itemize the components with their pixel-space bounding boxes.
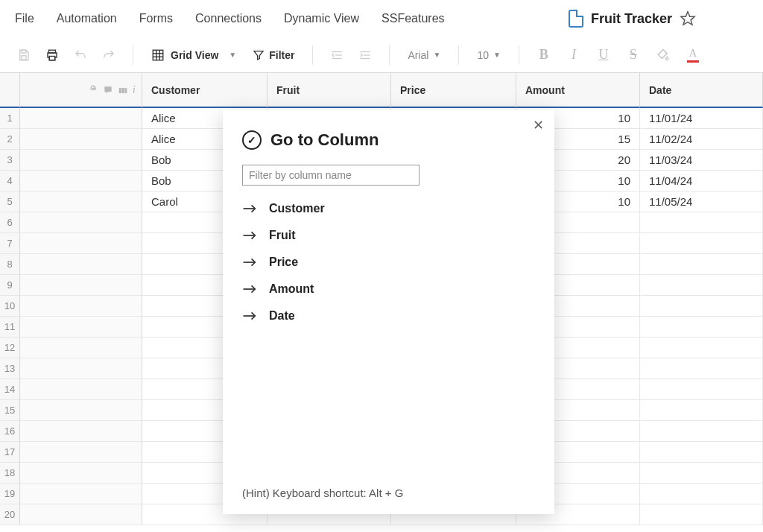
star-icon[interactable]	[680, 10, 696, 27]
row-number[interactable]: 1	[0, 108, 20, 129]
cell[interactable]	[640, 463, 763, 484]
column-header[interactable]: Amount	[516, 73, 640, 108]
row-number[interactable]: 12	[0, 338, 20, 358]
menu-connections[interactable]: Connections	[195, 12, 262, 25]
cell[interactable]: 11/02/24	[640, 129, 763, 150]
row-number[interactable]: 2	[0, 129, 20, 150]
underline-button[interactable]: U	[592, 45, 615, 66]
row-number[interactable]: 5	[0, 191, 20, 212]
cell[interactable]	[640, 358, 763, 379]
row-number[interactable]: 10	[0, 296, 20, 317]
cell[interactable]	[640, 442, 763, 463]
column-item[interactable]: Customer	[242, 202, 535, 215]
row-meta[interactable]	[20, 400, 142, 421]
row-number[interactable]: 20	[0, 504, 20, 525]
column-item[interactable]: Date	[242, 309, 535, 323]
row-meta[interactable]	[20, 317, 142, 338]
column-item[interactable]: Price	[242, 256, 535, 269]
cell[interactable]	[640, 254, 763, 275]
row-meta[interactable]	[20, 421, 142, 442]
row-number[interactable]: 6	[0, 212, 20, 233]
row-meta[interactable]	[20, 379, 142, 400]
indent-icon[interactable]	[355, 45, 376, 66]
outdent-icon[interactable]	[326, 45, 347, 66]
font-size-selector[interactable]: 10▼	[472, 49, 504, 61]
column-header[interactable]: Date	[640, 73, 763, 108]
view-selector[interactable]: Grid View ▼	[147, 48, 241, 62]
column-header[interactable]: Price	[391, 73, 516, 108]
bold-button[interactable]: B	[533, 45, 555, 66]
cell[interactable]: 11/03/24	[640, 150, 763, 171]
column-header[interactable]: Customer	[142, 73, 267, 108]
row-number[interactable]: 17	[0, 442, 20, 463]
row-meta[interactable]	[20, 254, 142, 275]
cell[interactable]	[640, 275, 763, 296]
cell[interactable]	[640, 233, 763, 254]
row-meta[interactable]	[20, 129, 142, 150]
row-number[interactable]: 18	[0, 463, 20, 484]
row-meta[interactable]	[20, 296, 142, 317]
menu-forms[interactable]: Forms	[139, 12, 173, 25]
row-meta[interactable]	[20, 442, 142, 463]
row-number[interactable]: 11	[0, 317, 20, 338]
row-number[interactable]: 9	[0, 275, 20, 296]
column-item[interactable]: Amount	[242, 282, 535, 296]
cell[interactable]	[640, 338, 763, 358]
redo-icon[interactable]	[98, 45, 119, 66]
text-color-button[interactable]: A	[682, 45, 704, 66]
row-number[interactable]: 15	[0, 400, 20, 421]
close-button[interactable]: ✕	[533, 117, 544, 133]
row-meta[interactable]	[20, 504, 142, 525]
sheet-title[interactable]: Fruit Tracker	[591, 11, 672, 27]
cell[interactable]: 11/01/24	[640, 108, 763, 129]
cell[interactable]	[640, 212, 763, 233]
strikethrough-button[interactable]: S	[622, 45, 645, 66]
svg-rect-2	[22, 55, 26, 59]
menu-automation[interactable]: Automation	[57, 12, 117, 25]
undo-icon[interactable]	[70, 45, 91, 66]
row-meta[interactable]	[20, 212, 142, 233]
chevron-down-icon: ▼	[433, 51, 440, 59]
row-meta[interactable]	[20, 233, 142, 254]
column-filter-input[interactable]	[242, 165, 420, 186]
menu-file[interactable]: File	[15, 12, 34, 25]
cell[interactable]	[640, 296, 763, 317]
row-meta[interactable]	[20, 275, 142, 296]
save-icon[interactable]	[13, 45, 34, 66]
row-meta[interactable]	[20, 338, 142, 358]
cell[interactable]	[640, 379, 763, 400]
font-selector[interactable]: Arial▼	[403, 49, 445, 61]
row-number[interactable]: 3	[0, 150, 20, 171]
row-number[interactable]: 13	[0, 358, 20, 379]
row-meta[interactable]	[20, 463, 142, 484]
row-number[interactable]: 16	[0, 421, 20, 442]
cell[interactable]: 11/04/24	[640, 171, 763, 191]
row-meta[interactable]	[20, 108, 142, 129]
print-icon[interactable]	[42, 45, 63, 66]
menu-ssfeatures[interactable]: SSFeatures	[382, 12, 444, 25]
row-number[interactable]: 7	[0, 233, 20, 254]
corner-cell[interactable]	[0, 73, 20, 108]
cell[interactable]	[640, 484, 763, 504]
row-number[interactable]: 19	[0, 484, 20, 504]
row-meta[interactable]	[20, 171, 142, 191]
menu-dynamic-view[interactable]: Dynamic View	[284, 12, 359, 25]
row-meta[interactable]	[20, 358, 142, 379]
row-number[interactable]: 8	[0, 254, 20, 275]
cell[interactable]	[640, 504, 763, 525]
column-item[interactable]: Fruit	[242, 229, 535, 242]
italic-button[interactable]: I	[563, 45, 585, 66]
row-number[interactable]: 14	[0, 379, 20, 400]
column-header[interactable]: Fruit	[267, 73, 391, 108]
row-meta[interactable]	[20, 150, 142, 171]
row-number[interactable]: 4	[0, 171, 20, 191]
cell[interactable]	[640, 400, 763, 421]
cell[interactable]: 11/05/24	[640, 191, 763, 212]
fill-color-button[interactable]	[652, 45, 674, 66]
filter-button[interactable]: Filter	[248, 49, 299, 61]
cell[interactable]	[640, 421, 763, 442]
cell[interactable]	[640, 317, 763, 338]
svg-rect-18	[125, 88, 127, 93]
row-meta[interactable]	[20, 484, 142, 504]
row-meta[interactable]	[20, 191, 142, 212]
